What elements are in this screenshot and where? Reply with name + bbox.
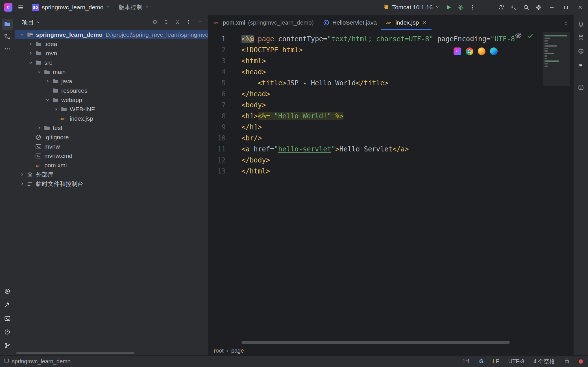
code-line-9[interactable]: 9</h1> [209,122,573,133]
tab-helloservlet-java[interactable]: CHelloServlet.java [318,15,382,30]
tab-pom-xml[interactable]: mpom.xml(springmvc_learn_demo) [209,15,318,30]
tree-row-[interactable]: 临时文件和控制台 [15,179,208,188]
tree-row-src[interactable]: src [15,58,208,67]
code-line-2[interactable]: 2<!DOCTYPE html> [209,45,573,56]
line-number[interactable]: 13 [209,166,239,177]
code-line-10[interactable]: 10<br/> [209,133,573,144]
tree-row-gitignore[interactable]: .gitignore [15,133,208,142]
project-selector[interactable]: SD springmvc_learn_demo [29,2,113,13]
expand-all-button[interactable] [161,18,171,27]
collapse-all-button[interactable] [173,18,182,27]
tree-row-test[interactable]: test [15,123,208,133]
minimize-button[interactable] [546,2,558,13]
close-tab-icon[interactable] [422,20,427,25]
project-panel-hscrollbar[interactable] [16,352,134,354]
terminal-button[interactable] [2,313,13,324]
line-number[interactable]: 12 [209,155,239,166]
code-area[interactable]: 1<%@ page contentType="text/html; charse… [209,30,573,346]
main-menu-button[interactable] [15,2,26,13]
panel-options-button[interactable] [184,18,193,27]
more-actions-button[interactable] [467,2,478,13]
debug-button[interactable] [455,2,466,13]
file-encoding[interactable]: UTF-8 [508,358,524,365]
tree-row-java[interactable]: java [15,77,208,86]
structure-button[interactable] [2,31,13,42]
chevron-right-icon[interactable] [36,125,42,131]
dependencies-button[interactable] [575,82,587,93]
run-button[interactable] [443,2,454,13]
maven-button[interactable]: m [575,59,587,71]
tree-row-index-jsp[interactable]: JSPindex.jsp [15,114,208,123]
tree-row-main[interactable]: main [15,67,208,77]
code-line-11[interactable]: 11<a href="hello-servlet">Hello Servlet<… [209,144,573,155]
build-button[interactable] [2,299,13,311]
run-configuration-selector[interactable]: Tomcat 10.1.16 [380,2,442,13]
breadcrumb-root[interactable]: root [214,348,223,354]
tree-row-web-inf[interactable]: WEB-INF [15,105,208,114]
close-button[interactable] [574,2,586,13]
code-line-13[interactable]: 13</html> [209,166,573,177]
chevron-right-icon[interactable] [19,181,25,187]
editor-hscrollbar[interactable] [241,341,510,344]
lock-icon[interactable] [564,358,570,365]
chevron-right-icon[interactable] [19,171,25,178]
code-line-8[interactable]: 8<h1><%= "Hello World!" %> [209,111,573,122]
search-everywhere-button[interactable] [521,2,532,13]
chevron-right-icon[interactable] [27,41,34,47]
line-number[interactable]: 6 [209,89,239,100]
inspection-widget[interactable] [515,32,534,40]
tree-row-springmvc-learn-demo[interactable]: springmvc_learn_demoD:\project\spring_mv… [15,30,208,39]
tree-row-[interactable]: 外部库 [15,170,208,179]
database-button[interactable] [575,32,587,44]
version-control-button[interactable] [2,340,13,351]
code-line-5[interactable]: 5 <title>JSP - Hello World</title> [209,78,573,89]
code-line-7[interactable]: 7<body> [209,100,573,111]
project-panel-title-dropdown[interactable]: 项目 [20,17,43,27]
services-button[interactable] [2,286,13,297]
line-number[interactable]: 9 [209,122,239,133]
caret-position[interactable]: 1:1 [462,358,470,365]
code-line-4[interactable]: 4<head> [209,67,573,78]
line-separator[interactable]: LF [493,358,499,365]
maximize-button[interactable] [560,2,572,13]
line-number[interactable]: 11 [209,144,239,155]
chevron-right-icon[interactable] [44,78,51,85]
problems-button[interactable] [2,327,13,338]
line-number[interactable]: 2 [209,45,239,56]
project-button[interactable] [2,19,13,30]
translate-status-icon[interactable]: G [479,358,484,365]
code-line-3[interactable]: 3<html> [209,56,573,67]
chrome-browser-icon[interactable] [466,47,473,55]
line-number[interactable]: 8 [209,111,239,122]
chevron-down-icon[interactable] [27,59,34,66]
settings-button[interactable] [533,2,544,13]
line-number[interactable]: 5 [209,78,239,89]
tree-row-idea[interactable]: .idea [15,39,208,49]
indent-setting[interactable]: 4 个空格 [533,358,555,365]
line-number[interactable]: 3 [209,56,239,67]
chevron-down-icon[interactable] [44,97,51,103]
tree-row-resources[interactable]: resources [15,86,208,95]
tree-row-mvn[interactable]: .mvn [15,49,208,58]
translate-button[interactable]: 文A [508,2,519,13]
eye-off-icon[interactable] [515,32,522,40]
line-number[interactable]: 10 [209,133,239,144]
notifications-button[interactable] [575,19,587,30]
line-number[interactable]: 1 [209,34,239,45]
hide-panel-button[interactable] [195,18,205,27]
locate-file-button[interactable] [150,18,160,27]
firefox-browser-icon[interactable] [478,47,485,55]
error-indicator[interactable] [579,359,583,364]
tree-row-mvnw[interactable]: mvnw [15,142,208,151]
vcs-widget[interactable]: 版本控制 [116,2,152,13]
tab-index-jsp[interactable]: JSPindex.jsp [381,15,432,30]
edge-browser-icon[interactable] [490,47,498,55]
chevron-down-icon[interactable] [19,31,25,38]
add-user-button[interactable] [496,2,507,13]
breadcrumb-page[interactable]: page [231,348,244,354]
chevron-right-icon[interactable] [27,50,34,57]
minimap[interactable] [543,32,570,86]
tree-row-webapp[interactable]: webapp [15,95,208,105]
tree-row-pom-xml[interactable]: mpom.xml [15,160,208,170]
line-number[interactable]: 4 [209,67,239,78]
